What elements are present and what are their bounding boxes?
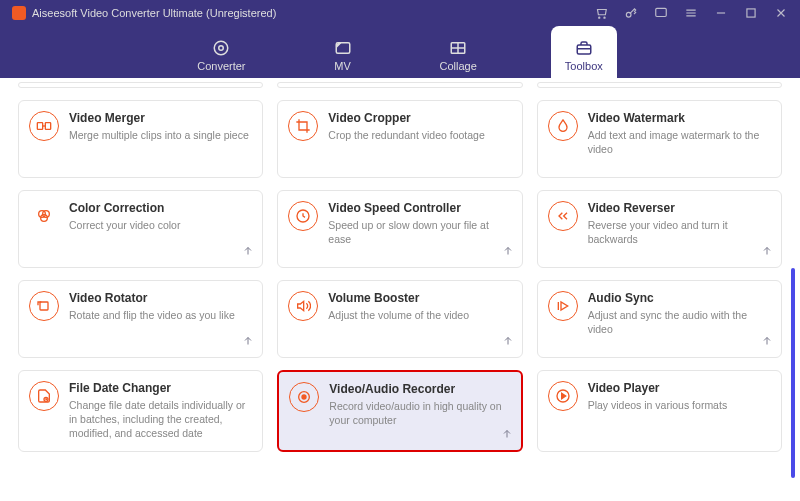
tool-card-video-rotator[interactable]: Video Rotator Rotate and flip the video … [18, 280, 263, 358]
reverse-icon [548, 201, 578, 231]
tool-card-partial[interactable] [277, 82, 522, 88]
tab-mv[interactable]: MV [320, 26, 366, 78]
svg-point-0 [599, 17, 600, 18]
tool-card-video-merger[interactable]: Video Merger Merge multiple clips into a… [18, 100, 263, 178]
watermark-icon [548, 111, 578, 141]
system-tray [594, 6, 788, 20]
tool-card-color-correction[interactable]: Color Correction Correct your video colo… [18, 190, 263, 268]
tool-card-video-reverser[interactable]: Video Reverser Reverse your video and tu… [537, 190, 782, 268]
tool-card-file-date-changer[interactable]: File Date Changer Change file date detai… [18, 370, 263, 452]
tab-label: Toolbox [565, 60, 603, 72]
svg-point-6 [219, 46, 224, 51]
tab-toolbox[interactable]: Toolbox [551, 26, 617, 78]
tool-title: File Date Changer [69, 381, 250, 395]
tool-desc: Record video/audio in high quality on yo… [329, 399, 508, 427]
svg-point-14 [41, 215, 48, 222]
tool-desc: Reverse your video and turn it backwards [588, 218, 769, 246]
tool-grid: Video Merger Merge multiple clips into a… [18, 82, 782, 452]
tab-label: Converter [197, 60, 245, 72]
tool-desc: Adjust the volume of the video [328, 308, 509, 322]
date-icon [29, 381, 59, 411]
scrollbar-thumb[interactable] [791, 268, 795, 478]
svg-point-1 [604, 17, 605, 18]
tool-title: Video Reverser [588, 201, 769, 215]
minimize-button[interactable] [714, 6, 728, 20]
tool-card-volume-booster[interactable]: Volume Booster Adjust the volume of the … [277, 280, 522, 358]
tab-collage[interactable]: Collage [426, 26, 491, 78]
pin-icon[interactable] [761, 333, 773, 351]
menu-icon[interactable] [684, 6, 698, 20]
maximize-button[interactable] [744, 6, 758, 20]
tool-desc: Change file date details individually or… [69, 398, 250, 441]
speed-icon [288, 201, 318, 231]
pin-icon[interactable] [502, 333, 514, 351]
tool-title: Video Player [588, 381, 769, 395]
svg-rect-11 [45, 123, 50, 130]
merger-icon [29, 111, 59, 141]
color-icon [29, 201, 59, 231]
svg-rect-10 [37, 123, 42, 130]
tool-title: Color Correction [69, 201, 250, 215]
sync-icon [548, 291, 578, 321]
tool-desc: Correct your video color [69, 218, 250, 232]
record-icon [289, 382, 319, 412]
title-bar: Aiseesoft Video Converter Ultimate (Unre… [0, 0, 800, 26]
tool-desc: Merge multiple clips into a single piece [69, 128, 250, 142]
play-icon [548, 381, 578, 411]
svg-point-18 [302, 395, 306, 399]
window-title: Aiseesoft Video Converter Ultimate (Unre… [32, 7, 594, 19]
pin-icon[interactable] [502, 243, 514, 261]
key-icon[interactable] [624, 6, 638, 20]
tool-desc: Add text and image watermark to the vide… [588, 128, 769, 156]
close-button[interactable] [774, 6, 788, 20]
tab-label: MV [334, 60, 351, 72]
tool-title: Audio Sync [588, 291, 769, 305]
tool-title: Video/Audio Recorder [329, 382, 508, 396]
tool-card-video-speed-controller[interactable]: Video Speed Controller Speed up or slow … [277, 190, 522, 268]
tool-title: Video Rotator [69, 291, 250, 305]
tool-title: Video Speed Controller [328, 201, 509, 215]
tool-desc: Crop the redundant video footage [328, 128, 509, 142]
rotate-icon [29, 291, 59, 321]
feedback-icon[interactable] [654, 6, 668, 20]
crop-icon [288, 111, 318, 141]
tool-desc: Speed up or slow down your file at ease [328, 218, 509, 246]
app-logo [12, 6, 26, 20]
cart-icon[interactable] [594, 6, 608, 20]
tool-card-video-cropper[interactable]: Video Cropper Crop the redundant video f… [277, 100, 522, 178]
tool-card-partial[interactable] [18, 82, 263, 88]
tab-converter[interactable]: Converter [183, 26, 259, 78]
svg-rect-4 [747, 9, 755, 17]
tool-title: Video Merger [69, 111, 250, 125]
toolbox-panel: Video Merger Merge multiple clips into a… [0, 78, 800, 501]
main-tabs: Converter MV Collage Toolbox [0, 26, 800, 78]
tool-card-video-watermark[interactable]: Video Watermark Add text and image water… [537, 100, 782, 178]
tool-title: Video Watermark [588, 111, 769, 125]
tool-desc: Play videos in various formats [588, 398, 769, 412]
tab-label: Collage [440, 60, 477, 72]
tool-desc: Rotate and flip the video as you like [69, 308, 250, 322]
tool-title: Volume Booster [328, 291, 509, 305]
volume-icon [288, 291, 318, 321]
pin-icon[interactable] [242, 333, 254, 351]
svg-point-5 [215, 41, 229, 55]
svg-rect-15 [40, 302, 48, 310]
tool-card-video-player[interactable]: Video Player Play videos in various form… [537, 370, 782, 452]
tool-desc: Adjust and sync the audio with the video [588, 308, 769, 336]
tool-card-audio-sync[interactable]: Audio Sync Adjust and sync the audio wit… [537, 280, 782, 358]
pin-icon[interactable] [242, 243, 254, 261]
tool-card-partial[interactable] [537, 82, 782, 88]
pin-icon[interactable] [501, 426, 513, 444]
pin-icon[interactable] [761, 243, 773, 261]
tool-card-video-audio-recorder[interactable]: Video/Audio Recorder Record video/audio … [277, 370, 522, 452]
tool-title: Video Cropper [328, 111, 509, 125]
